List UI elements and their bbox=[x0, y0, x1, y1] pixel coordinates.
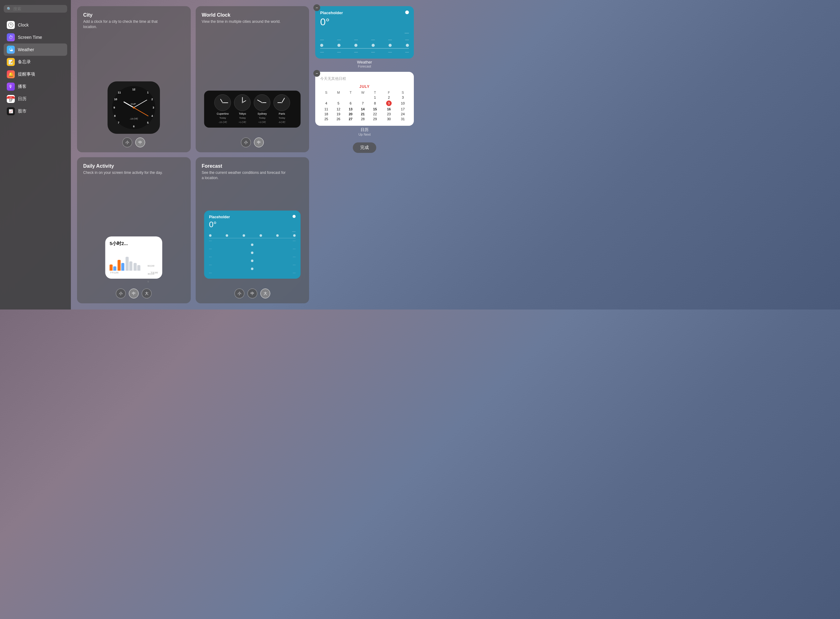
fw-center-dot-container-4 bbox=[209, 268, 295, 270]
cal-week-4: 18 19 20 21 22 23 24 bbox=[320, 112, 409, 117]
sidebar-item-reminders[interactable]: 🔔 提醒事项 bbox=[4, 68, 67, 81]
weather-dot-row bbox=[320, 44, 409, 47]
clock-center bbox=[133, 107, 135, 109]
wf-dot-5 bbox=[389, 44, 392, 47]
y-label-0: 0 bbox=[148, 281, 154, 283]
right-panel: − Placeholder 0° — — — — — — — bbox=[315, 6, 414, 153]
activity-size-small[interactable]: 小 bbox=[116, 289, 126, 298]
wm-5: — bbox=[388, 50, 392, 54]
cal-no-events: 今天无其他日程 bbox=[320, 76, 409, 81]
fw-temp: 0° bbox=[209, 220, 295, 229]
forecast-size-small[interactable]: 小 bbox=[234, 289, 244, 298]
fw-dots-row-1 bbox=[209, 234, 295, 237]
wc-sydney-name: Sydney bbox=[258, 112, 267, 115]
second-hand bbox=[134, 107, 149, 116]
wf-dash-3: — bbox=[354, 37, 358, 42]
clock-face: 12 1 2 3 4 5 6 7 8 9 10 11 bbox=[112, 86, 155, 129]
weather-temp: 0° bbox=[320, 16, 409, 28]
worldclock-preview: Cupertino Today -15小时 Tokyo Today +1小时 bbox=[204, 91, 300, 128]
bar-orange-2 bbox=[118, 260, 121, 271]
sidebar-item-screentime[interactable]: ⏱ Screen Time bbox=[4, 31, 67, 43]
cal-cell: 28 bbox=[357, 117, 369, 121]
weather-widget: Placeholder 0° — — — — — — — bbox=[315, 6, 414, 58]
main-panels: City Add a clock for a city to check the… bbox=[71, 0, 315, 310]
wm-1: — bbox=[320, 50, 324, 54]
cal-cell: 29 bbox=[369, 117, 381, 121]
cal-cell-today: 9 bbox=[381, 100, 397, 107]
bar-blue-1 bbox=[113, 266, 116, 271]
fw-m5: — bbox=[209, 255, 212, 258]
bar-orange-1 bbox=[110, 265, 113, 271]
sidebar-item-label-clock: Clock bbox=[18, 22, 29, 27]
forecast-panel-description: See the current weather conditions and f… bbox=[202, 170, 288, 181]
cal-cell: 21 bbox=[357, 112, 369, 117]
done-button[interactable]: 完成 bbox=[353, 142, 376, 153]
wc-tokyo-center bbox=[242, 102, 243, 103]
clock-num-1: 1 bbox=[147, 91, 149, 94]
wc-cupertino: Cupertino Today -15小时 bbox=[215, 94, 231, 124]
sidebar-item-clock[interactable]: Clock bbox=[4, 19, 67, 31]
cal-cell: 20 bbox=[345, 112, 357, 117]
weather-minus-row: — — — — — — bbox=[320, 50, 409, 54]
weather-app-icon: 🌤 bbox=[7, 46, 15, 54]
search-input[interactable] bbox=[13, 6, 64, 11]
fw-dot-sm-3 bbox=[243, 234, 245, 237]
cal-th-t1: T bbox=[345, 90, 357, 95]
sidebar-item-stocks[interactable]: 📈 股市 bbox=[4, 105, 67, 117]
city-size-medium[interactable]: 中 bbox=[135, 138, 145, 147]
clock-num-5: 5 bbox=[147, 121, 149, 124]
calendar-grid: S M T W T F S 1 bbox=[320, 90, 409, 121]
fw-m2: — bbox=[293, 239, 295, 242]
wf-dot-4 bbox=[372, 44, 375, 47]
search-bar[interactable]: 🔍 bbox=[4, 5, 67, 13]
clock-num-6: 6 bbox=[133, 125, 135, 128]
forecast-size-medium[interactable]: 中 bbox=[248, 289, 257, 298]
bar-gray-3 bbox=[126, 257, 129, 271]
bar-group-3 bbox=[126, 257, 133, 271]
cal-cell: 11 bbox=[320, 107, 333, 112]
cal-cell: 23 bbox=[381, 112, 397, 117]
fw-m9: — bbox=[209, 271, 212, 274]
sidebar-item-weather[interactable]: 🌤 Weather bbox=[4, 43, 67, 56]
wc-paris-diff: -6小时 bbox=[278, 121, 285, 124]
sidebar-item-podcasts[interactable]: 🎙 播客 bbox=[4, 81, 67, 93]
remove-weather-button[interactable]: − bbox=[313, 4, 320, 11]
weather-widget-sublabel: Forecast bbox=[315, 64, 414, 68]
clock-num-3: 3 bbox=[152, 106, 154, 109]
cal-cell: 17 bbox=[397, 107, 409, 112]
calendar-widget-label: 日历 bbox=[315, 127, 414, 133]
city-size-small[interactable]: 小 bbox=[122, 138, 132, 147]
wm-4: — bbox=[371, 50, 375, 54]
worldclock-size-small[interactable]: 小 bbox=[241, 138, 251, 147]
wm-2: — bbox=[337, 50, 341, 54]
wm-3: — bbox=[354, 50, 358, 54]
city-panel-description: Add a clock for a city to check the time… bbox=[83, 19, 170, 30]
wc-paris-center bbox=[281, 102, 283, 103]
wc-sydney: Sydney Today +2小时 bbox=[254, 94, 270, 124]
wc-tokyo-diff: +1小时 bbox=[239, 121, 246, 124]
activity-size-medium[interactable]: 中 bbox=[129, 289, 139, 298]
cal-th-s2: S bbox=[397, 90, 409, 95]
cal-cell: 24 bbox=[397, 112, 409, 117]
worldclock-widget: Cupertino Today -15小时 Tokyo Today +1小时 bbox=[204, 91, 300, 128]
clock-num-10: 10 bbox=[114, 98, 117, 101]
bar-blue-2 bbox=[121, 263, 124, 271]
wf-dash-4: — bbox=[371, 37, 375, 42]
cal-th-t2: T bbox=[369, 90, 381, 95]
forecast-size-large[interactable]: 大 bbox=[260, 289, 270, 298]
fw-line-1 bbox=[209, 238, 295, 238]
cal-week-1: 1 2 3 bbox=[320, 95, 409, 100]
sidebar-item-calendar[interactable]: JUL 17 日历 bbox=[4, 93, 67, 105]
sidebar-item-notes[interactable]: 📝 备忘录 bbox=[4, 56, 67, 68]
worldclock-size-medium[interactable]: 中 bbox=[254, 138, 264, 147]
calendar-app-icon: JUL 17 bbox=[7, 95, 15, 103]
wc-analog-sydney bbox=[254, 94, 270, 111]
sidebar-item-label-calendar: 日历 bbox=[18, 96, 27, 102]
clock-num-2: 2 bbox=[151, 98, 153, 101]
remove-calendar-button[interactable]: − bbox=[313, 70, 320, 77]
activity-size-large[interactable]: 大 bbox=[142, 289, 152, 298]
cal-th-m: M bbox=[333, 90, 345, 95]
sidebar-item-label-podcasts: 播客 bbox=[18, 84, 27, 90]
fw-minus-row-2: — — bbox=[209, 247, 295, 250]
city-panel-title: City bbox=[83, 12, 185, 18]
